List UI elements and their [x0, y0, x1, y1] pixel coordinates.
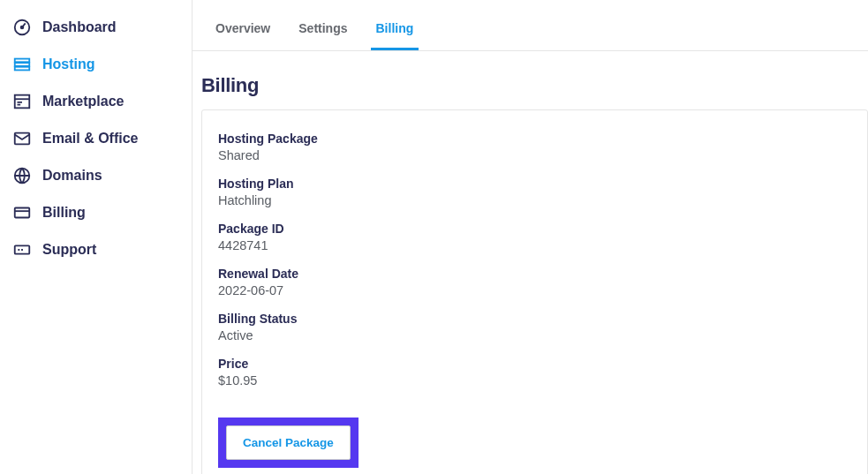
sidebar-item-hosting[interactable]: Hosting: [12, 46, 183, 83]
sidebar-item-dashboard[interactable]: Dashboard: [12, 9, 183, 46]
field-value: $10.95: [218, 373, 851, 387]
svg-rect-2: [15, 59, 30, 63]
sidebar-item-label: Hosting: [42, 56, 95, 72]
field-label: Billing Status: [218, 312, 851, 326]
field-label: Package ID: [218, 222, 851, 236]
support-icon: [12, 240, 32, 260]
credit-card-icon: [12, 203, 32, 222]
email-icon: [12, 129, 32, 148]
globe-icon: [12, 166, 32, 185]
sidebar-item-support[interactable]: Support: [12, 231, 183, 268]
sidebar-item-billing[interactable]: Billing: [12, 194, 183, 231]
tab-settings[interactable]: Settings: [293, 5, 352, 50]
svg-rect-4: [15, 67, 30, 71]
field-value: Active: [218, 328, 851, 342]
marketplace-icon: [12, 92, 32, 111]
main-content: Overview Settings Billing Billing Hostin…: [192, 0, 868, 474]
hosting-icon: [12, 55, 32, 74]
tab-billing[interactable]: Billing: [371, 5, 419, 50]
field-billing-status: Billing Status Active: [218, 312, 851, 342]
sidebar: Dashboard Hosting Marketplace Email & Of…: [0, 0, 192, 474]
field-renewal-date: Renewal Date 2022-06-07: [218, 267, 851, 297]
tab-overview[interactable]: Overview: [210, 5, 275, 50]
field-hosting-plan: Hosting Plan Hatchling: [218, 177, 851, 207]
svg-point-1: [21, 26, 24, 29]
sidebar-item-domains[interactable]: Domains: [12, 157, 183, 194]
sidebar-item-label: Domains: [42, 168, 102, 184]
sidebar-item-label: Dashboard: [42, 19, 117, 35]
tabs: Overview Settings Billing: [192, 5, 868, 51]
svg-rect-8: [15, 208, 30, 218]
field-value: Shared: [218, 148, 851, 162]
field-value: 2022-06-07: [218, 283, 851, 297]
page-title: Billing: [201, 74, 868, 97]
field-label: Hosting Plan: [218, 177, 851, 191]
sidebar-item-label: Support: [42, 242, 96, 258]
field-label: Price: [218, 357, 851, 371]
field-value: 4428741: [218, 238, 851, 252]
sidebar-item-label: Marketplace: [42, 94, 125, 109]
field-label: Renewal Date: [218, 267, 851, 281]
field-hosting-package: Hosting Package Shared: [218, 132, 851, 162]
field-price: Price $10.95: [218, 357, 851, 387]
field-label: Hosting Package: [218, 132, 851, 146]
sidebar-item-marketplace[interactable]: Marketplace: [12, 83, 183, 120]
field-value: Hatchling: [218, 193, 851, 207]
cancel-package-button[interactable]: Cancel Package: [226, 425, 351, 460]
svg-rect-3: [15, 63, 30, 66]
sidebar-item-label: Email & Office: [42, 131, 138, 147]
billing-card: Hosting Package Shared Hosting Plan Hatc…: [201, 109, 868, 474]
field-package-id: Package ID 4428741: [218, 222, 851, 252]
sidebar-item-email-office[interactable]: Email & Office: [12, 120, 183, 157]
cancel-package-highlight: Cancel Package: [218, 418, 359, 468]
sidebar-item-label: Billing: [42, 205, 86, 221]
dashboard-icon: [12, 18, 32, 37]
